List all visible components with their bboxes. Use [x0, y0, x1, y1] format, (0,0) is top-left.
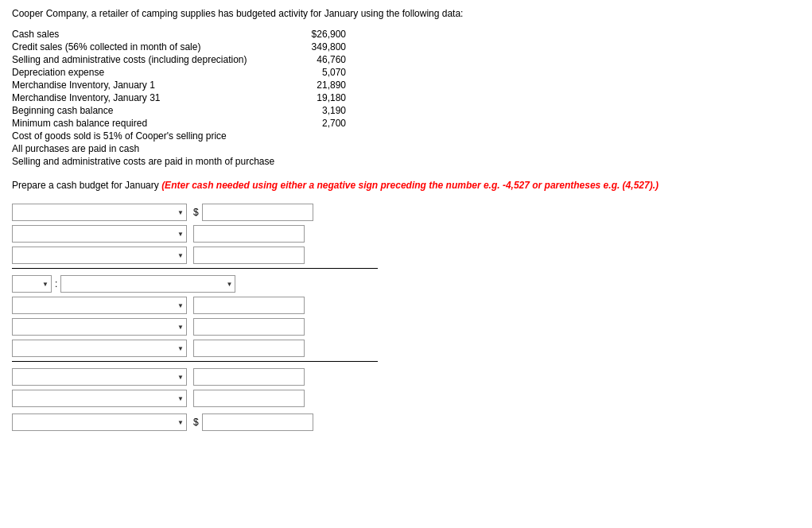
amount-input-8[interactable]	[193, 390, 305, 407]
dropdown-4[interactable]	[12, 297, 187, 314]
colon-separator: :	[55, 278, 57, 289]
label-depreciation: Depreciation expense	[12, 67, 282, 78]
dropdown-6[interactable]	[12, 340, 187, 357]
dropdown-8[interactable]	[12, 390, 187, 407]
amount-input-7[interactable]	[193, 368, 305, 386]
instruction-red: (Enter cash needed using either a negati…	[161, 180, 659, 191]
data-row: All purchases are paid in cash	[12, 143, 800, 154]
label-beginning-cash: Beginning cash balance	[12, 105, 282, 116]
intro-paragraph: Cooper Company, a retailer of camping su…	[12, 8, 800, 19]
amount-input-3[interactable]	[193, 247, 305, 264]
data-row: Merchandise Inventory, January 31 19,180	[12, 92, 800, 103]
form-row-4	[12, 297, 800, 314]
small-dropdown[interactable]	[12, 275, 52, 293]
dropdown-wrapper-5	[12, 318, 187, 336]
amount-input-2[interactable]	[193, 225, 305, 243]
wide-dropdown-wrapper	[60, 275, 235, 293]
label-selling-admin: Selling and administrative costs (includ…	[12, 54, 282, 65]
instruction-text: Prepare a cash budget for January (Enter…	[12, 180, 800, 191]
data-row: Beginning cash balance 3,190	[12, 105, 800, 116]
data-row: Selling and administrative costs are pai…	[12, 156, 800, 167]
dropdown-wrapper-7	[12, 368, 187, 386]
subsection-header-row: :	[12, 275, 800, 293]
form-row-6	[12, 340, 800, 357]
form-row-8	[12, 390, 800, 407]
budget-section-3	[12, 368, 800, 407]
amount-input-4[interactable]	[193, 297, 305, 314]
form-row-1: $	[12, 204, 800, 221]
budget-section-2: :	[12, 275, 800, 362]
label-merch-inv-jan1: Merchandise Inventory, January 1	[12, 80, 282, 91]
section-divider-1	[12, 268, 378, 269]
dollar-sign-2: $	[193, 417, 199, 428]
dropdown-wrapper-6	[12, 340, 187, 357]
dropdown-9[interactable]	[12, 413, 187, 431]
amount-input-5[interactable]	[193, 318, 305, 336]
label-credit-sales: Credit sales (56% collected in month of …	[12, 41, 282, 52]
dropdown-wrapper-4	[12, 297, 187, 314]
label-min-cash: Minimum cash balance required	[12, 118, 282, 129]
value-merch-inv-jan31: 19,180	[282, 92, 346, 103]
data-row: Merchandise Inventory, January 1 21,890	[12, 80, 800, 91]
label-selling-paid: Selling and administrative costs are pai…	[12, 156, 282, 167]
dropdown-7[interactable]	[12, 368, 187, 386]
dropdown-wrapper-3	[12, 247, 187, 264]
dropdown-wrapper-1	[12, 204, 187, 221]
value-beginning-cash: 3,190	[282, 105, 346, 116]
form-row-2	[12, 225, 800, 243]
label-cash-sales: Cash sales	[12, 29, 282, 40]
data-row: Depreciation expense 5,070	[12, 67, 800, 78]
form-row-5	[12, 318, 800, 336]
label-cogs: Cost of goods sold is 51% of Cooper's se…	[12, 130, 282, 142]
value-credit-sales: 349,800	[282, 41, 346, 52]
amount-input-1[interactable]	[202, 204, 313, 221]
dropdown-wrapper-2	[12, 225, 187, 243]
value-selling-admin: 46,760	[282, 54, 346, 65]
section-divider-2	[12, 361, 378, 362]
data-row: Minimum cash balance required 2,700	[12, 118, 800, 129]
form-row-7	[12, 368, 800, 386]
wide-dropdown[interactable]	[60, 275, 235, 293]
label-purchases: All purchases are paid in cash	[12, 143, 282, 154]
value-depreciation: 5,070	[282, 67, 346, 78]
dropdown-1[interactable]	[12, 204, 187, 221]
intro-text: Cooper Company, a retailer of camping su…	[12, 8, 463, 19]
budget-section-4: $	[12, 413, 800, 431]
form-row-3	[12, 247, 800, 264]
budget-section-1: $	[12, 204, 800, 269]
value-merch-inv-jan1: 21,890	[282, 80, 346, 91]
dollar-sign-1: $	[193, 207, 199, 218]
value-min-cash: 2,700	[282, 118, 346, 129]
dropdown-3[interactable]	[12, 247, 187, 264]
data-row: Cash sales $26,900	[12, 29, 800, 40]
dropdown-wrapper-8	[12, 390, 187, 407]
instruction-prefix: Prepare a cash budget for January	[12, 180, 161, 191]
label-merch-inv-jan31: Merchandise Inventory, January 31	[12, 92, 282, 103]
data-table: Cash sales $26,900 Credit sales (56% col…	[12, 29, 800, 167]
dropdown-2[interactable]	[12, 225, 187, 243]
dropdown-wrapper-9	[12, 413, 187, 431]
small-dropdown-wrapper	[12, 275, 52, 293]
data-row: Cost of goods sold is 51% of Cooper's se…	[12, 130, 800, 142]
data-row: Credit sales (56% collected in month of …	[12, 41, 800, 52]
amount-input-9[interactable]	[202, 413, 313, 431]
value-cash-sales: $26,900	[282, 29, 346, 40]
amount-input-6[interactable]	[193, 340, 305, 357]
dropdown-5[interactable]	[12, 318, 187, 336]
form-row-9: $	[12, 413, 800, 431]
data-row: Selling and administrative costs (includ…	[12, 54, 800, 65]
